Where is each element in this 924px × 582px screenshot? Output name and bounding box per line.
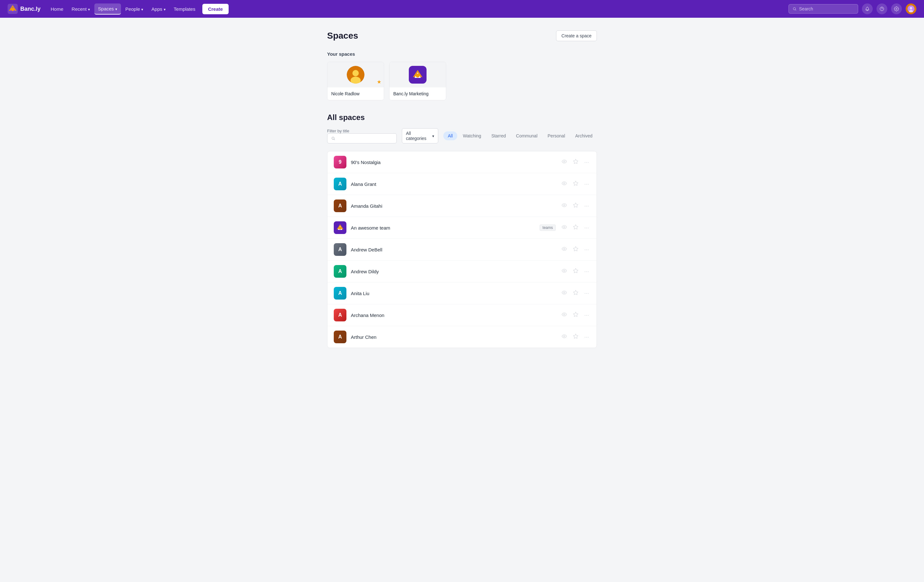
- watch-icon-awesome[interactable]: [560, 223, 568, 233]
- logo[interactable]: Banc.ly: [8, 4, 41, 14]
- svg-marker-19: [573, 181, 578, 185]
- filter-tab-all[interactable]: All: [443, 132, 457, 140]
- nav-spaces-chevron: [115, 6, 117, 12]
- space-row-andrew-debell[interactable]: A Andrew DeBell ···: [327, 239, 597, 260]
- star-icon-90s[interactable]: [572, 157, 580, 167]
- more-icon-alana[interactable]: ···: [583, 180, 590, 189]
- watch-icon-90s[interactable]: [560, 157, 568, 167]
- watch-icon-andrew-dildy[interactable]: [560, 267, 568, 277]
- watch-icon-archana[interactable]: [560, 310, 568, 320]
- star-icon-amanda[interactable]: [572, 201, 580, 211]
- space-row-awesome-team[interactable]: An awesome team teams ···: [327, 217, 597, 239]
- your-spaces-grid: ★ Nicole Radlow: [327, 62, 597, 101]
- space-row-avatar-90s: 9: [334, 156, 346, 168]
- star-icon-anita[interactable]: [572, 289, 580, 298]
- star-icon-archana[interactable]: [572, 310, 580, 320]
- filter-tab-archived[interactable]: Archived: [571, 132, 597, 140]
- svg-point-33: [564, 313, 565, 315]
- watch-icon-amanda[interactable]: [560, 201, 568, 211]
- settings-button[interactable]: [891, 3, 902, 14]
- svg-point-29: [564, 270, 565, 271]
- filter-tab-personal[interactable]: Personal: [543, 132, 569, 140]
- svg-point-16: [564, 160, 565, 162]
- space-card-header-bancly: [389, 62, 446, 87]
- search-input[interactable]: [799, 7, 854, 12]
- create-space-button[interactable]: Create a space: [556, 30, 597, 41]
- filter-search[interactable]: [327, 133, 397, 143]
- filter-tab-starred[interactable]: Starred: [487, 132, 510, 140]
- more-icon-archana[interactable]: ···: [583, 311, 590, 320]
- more-icon-arthur[interactable]: ···: [583, 333, 590, 342]
- spaces-list: 9 90's Nostalgia ··· A Alan: [327, 151, 597, 348]
- space-row-actions-amanda: ···: [560, 201, 590, 211]
- watch-icon-anita[interactable]: [560, 289, 568, 298]
- star-icon-awesome[interactable]: [572, 223, 580, 233]
- star-icon-arthur[interactable]: [572, 332, 580, 342]
- nav-spaces[interactable]: Spaces: [94, 3, 121, 15]
- more-icon-andrew-d[interactable]: ···: [583, 245, 590, 254]
- user-avatar[interactable]: [906, 3, 916, 14]
- space-row-name-amanda: Amanda Gitahi: [351, 203, 556, 209]
- space-row-90s-nostalgia[interactable]: 9 90's Nostalgia ···: [327, 152, 597, 173]
- filter-search-icon: [331, 136, 335, 140]
- svg-marker-28: [573, 246, 578, 251]
- space-row-name-arthur: Arthur Chen: [351, 335, 556, 340]
- more-icon-anita[interactable]: ···: [583, 289, 590, 298]
- main-content: Spaces Create a space Your spaces ★: [320, 18, 604, 361]
- nav-recent-chevron: [88, 7, 90, 12]
- space-row-actions-anita: ···: [560, 289, 590, 298]
- nav-recent[interactable]: Recent: [68, 4, 94, 14]
- nav-people[interactable]: People: [122, 4, 147, 14]
- help-button[interactable]: [876, 3, 887, 14]
- page-header: Spaces Create a space: [327, 30, 597, 41]
- nav-apps[interactable]: Apps: [148, 4, 169, 14]
- category-select-label: All categories: [406, 131, 430, 141]
- svg-marker-21: [573, 203, 578, 207]
- space-row-name-anita: Anita Liu: [351, 291, 556, 296]
- watch-icon-alana[interactable]: [560, 179, 568, 189]
- watch-icon-andrew-d[interactable]: [560, 245, 568, 255]
- space-row-actions-andrew-d: ···: [560, 245, 590, 255]
- svg-point-5: [880, 7, 884, 11]
- more-icon-awesome[interactable]: ···: [583, 223, 590, 232]
- svg-marker-34: [573, 312, 578, 317]
- svg-marker-17: [573, 159, 578, 163]
- space-card-bancly[interactable]: Banc.ly Marketing: [389, 62, 446, 101]
- notifications-button[interactable]: [862, 3, 873, 14]
- gear-icon: [894, 7, 899, 12]
- space-row-name-awesome: An awesome team: [351, 225, 535, 231]
- filter-tab-communal[interactable]: Communal: [512, 132, 542, 140]
- space-card-avatar-bancly: [409, 66, 427, 84]
- space-row-andrew-dildy[interactable]: A Andrew Dildy ···: [327, 260, 597, 282]
- category-select[interactable]: All categories: [402, 128, 438, 143]
- watch-icon-arthur[interactable]: [560, 332, 568, 342]
- space-row-actions-archana: ···: [560, 310, 590, 320]
- space-row-alana-grant[interactable]: A Alana Grant ···: [327, 173, 597, 195]
- space-row-actions-awesome: ···: [560, 223, 590, 233]
- space-row-archana-menon[interactable]: A Archana Menon ···: [327, 304, 597, 326]
- space-row-arthur-chen[interactable]: A Arthur Chen ···: [327, 326, 597, 348]
- space-row-avatar-amanda: A: [334, 199, 346, 212]
- nav-templates[interactable]: Templates: [170, 4, 199, 14]
- star-icon-alana[interactable]: [572, 179, 580, 189]
- space-row-name-archana: Archana Menon: [351, 313, 556, 318]
- space-row-amanda-gitahi[interactable]: A Amanda Gitahi ···: [327, 195, 597, 217]
- svg-point-20: [564, 204, 565, 206]
- search-bar[interactable]: [789, 4, 858, 13]
- filter-tab-watching[interactable]: Watching: [459, 132, 486, 140]
- nicole-avatar-img: [347, 66, 365, 84]
- nav-home[interactable]: Home: [47, 4, 67, 14]
- space-row-anita-liu[interactable]: A Anita Liu ···: [327, 282, 597, 304]
- star-badge-nicole: ★: [377, 79, 381, 85]
- space-row-name-90s: 90's Nostalgia: [351, 160, 556, 165]
- filter-tabs: All Watching Starred Communal Personal A…: [443, 132, 597, 140]
- star-icon-andrew-d[interactable]: [572, 245, 580, 255]
- bell-icon: [865, 7, 870, 12]
- create-button[interactable]: Create: [202, 4, 229, 14]
- filter-search-input[interactable]: [338, 136, 393, 141]
- more-icon-90s[interactable]: ···: [583, 158, 590, 167]
- space-card-nicole[interactable]: ★ Nicole Radlow: [327, 62, 384, 101]
- star-icon-andrew-dildy[interactable]: [572, 267, 580, 277]
- more-icon-amanda[interactable]: ···: [583, 201, 590, 211]
- more-icon-andrew-dildy[interactable]: ···: [583, 267, 590, 276]
